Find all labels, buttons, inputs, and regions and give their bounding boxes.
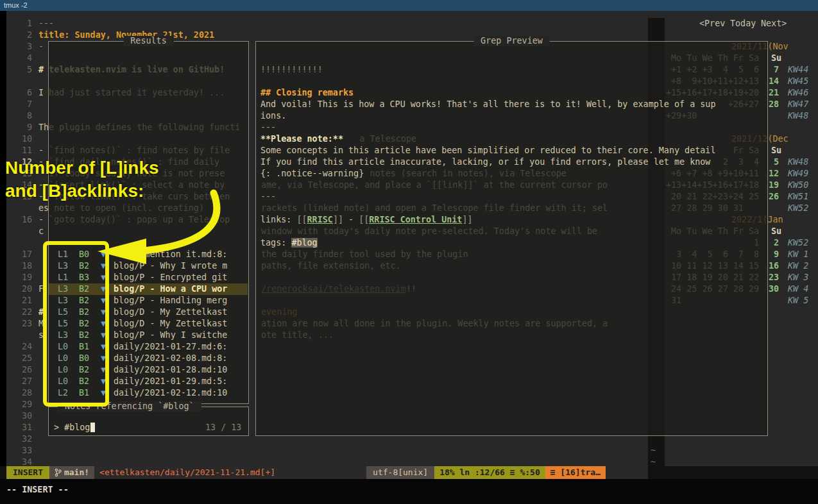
entry-title: daily/2021-01-27.md:6:	[114, 341, 227, 353]
branch-icon	[55, 468, 62, 477]
buffer-text: -	[38, 41, 44, 53]
links-count: L2	[58, 387, 68, 399]
markdown-file-icon: ▼	[101, 341, 106, 353]
calendar-week-number: KW 3	[788, 272, 808, 283]
results-window-title: Results	[123, 36, 174, 46]
tmux-title: tmux -2	[4, 1, 28, 9]
calendar-sunday[interactable]: 5	[769, 156, 779, 168]
calendar-week-number: KW51	[788, 191, 808, 203]
backlinks-count: B2	[79, 295, 89, 307]
line-number: 20	[14, 283, 32, 295]
result-entry[interactable]: L0B2▼daily/2021-01-28.md:10	[49, 364, 248, 376]
entry-title: blog/D - My Zettelkast	[114, 307, 227, 318]
backlinks-count: B2	[79, 307, 89, 318]
result-entry[interactable]: L5B2▼blog/D - My Zettelkast	[49, 307, 248, 318]
preview-line: ---	[260, 191, 276, 203]
annotation-line-1: Number of [L]inks	[5, 156, 159, 180]
preview-line: !!!!!!!!!!!!	[260, 64, 323, 76]
buffer-text: M	[38, 318, 44, 330]
warning-segment: ≡ [16]tra…	[545, 466, 606, 479]
calendar-sunday[interactable]: 14	[769, 76, 779, 87]
markdown-file-icon: ▼	[101, 249, 106, 260]
backlinks-count: B3	[79, 272, 89, 283]
entry-title: blog/P - Handling merg	[114, 295, 227, 307]
file-path: <ettelkasten/daily/2021-11-21.md[+]	[94, 466, 280, 479]
links-count: L1	[58, 249, 68, 260]
backlinks-count: B1	[79, 387, 89, 399]
calendar-next-button[interactable]: Next>	[761, 18, 787, 29]
buffer-text: ---	[38, 18, 54, 29]
preview-text: RRISC Control Unit	[369, 215, 462, 224]
line-number: 30	[14, 410, 32, 422]
calendar-sunday[interactable]: 21	[769, 87, 779, 99]
preview-text: ]]	[462, 215, 472, 224]
result-entry[interactable]: L3B2▼blog/P - Why I switche	[49, 330, 248, 341]
calendar-week-number: KW48	[788, 156, 808, 168]
calendar-sunday[interactable]: 26	[769, 191, 779, 203]
calendar-sunday[interactable]: 19	[769, 180, 779, 191]
markdown-file-icon: ▼	[101, 272, 106, 283]
line-number: 25	[14, 353, 32, 364]
line-number: 1	[14, 18, 32, 29]
preview-text: tags:	[260, 238, 291, 248]
result-entry[interactable]: L1B0▼ i mention it.md:8:	[49, 249, 248, 260]
prompt-input[interactable]: > #blog	[54, 422, 90, 433]
calendar-sunday[interactable]: 12	[769, 168, 779, 180]
result-entry[interactable]: L0B1▼daily/2021-01-27.md:6:	[49, 341, 248, 353]
statusline: INSERT main! <ettelkasten/daily/2021-11-…	[0, 466, 818, 479]
prompt-window-title: Notes referencing `#blog`	[58, 401, 201, 412]
calendar-week-number: KW47	[788, 99, 808, 110]
markdown-file-icon: ▼	[101, 353, 106, 364]
preview-window-title: Grep Preview	[473, 36, 550, 46]
backlinks-count: B0	[79, 353, 89, 364]
calendar-sunday[interactable]: 30	[769, 283, 779, 295]
line-number: 19	[14, 272, 32, 283]
links-count: L3	[58, 330, 68, 341]
calendar-sunday[interactable]: 23	[769, 272, 779, 283]
line-number: 22	[14, 307, 32, 318]
calendar-prev-button[interactable]: <Prev	[699, 18, 725, 29]
calendar-sunday[interactable]: 9	[769, 249, 779, 260]
links-count: L3	[58, 260, 68, 272]
result-entry[interactable]: L1B3▼blog/P - Encrypted git	[49, 272, 248, 283]
result-entry[interactable]: L2B1▼daily/2021-02-12.md:10	[49, 387, 248, 399]
calendar-week-number: KW46	[788, 87, 808, 99]
calendar-week-number: KW 1	[788, 249, 808, 260]
entry-title: daily/2021-02-12.md:10	[114, 387, 227, 399]
preview-text: And voila! This is how a CPU works! That…	[260, 99, 715, 109]
calendar-week-number: KW49	[788, 168, 808, 180]
result-entry[interactable]: L0B0▼daily/2021-02-08.md:8:	[49, 353, 248, 364]
line-number: 6	[14, 87, 32, 99]
line-number: 17	[14, 249, 32, 260]
line-number: 10	[14, 133, 32, 145]
preview-text: If you find this article inaccurate, lac…	[260, 157, 710, 167]
calendar-sunday[interactable]: 7	[769, 64, 779, 76]
line-number: 5	[14, 64, 32, 76]
calendar-sunday[interactable]: 28	[769, 99, 779, 110]
result-entry[interactable]: L5B2▼blog/D - My Zettelkast	[49, 318, 248, 330]
result-entry[interactable]: L3B2▼blog/P - How a CPU wor	[49, 283, 248, 295]
calendar-today-button[interactable]: Today	[730, 18, 756, 29]
entry-title: daily/2021-01-28.md:10	[114, 364, 227, 376]
branch-name: main!	[64, 466, 89, 479]
empty-line-tilde: ~	[651, 445, 656, 457]
result-entry[interactable]: L3B2▼blog/P - Why I wrote m	[49, 260, 248, 272]
preview-text: ---	[260, 192, 276, 201]
calendar-sunday[interactable]: 16	[769, 260, 779, 272]
mode-indicator: INSERT	[6, 466, 49, 479]
backlinks-count: B2	[79, 283, 89, 295]
buffer-text: c	[38, 226, 44, 237]
line-number: 7	[14, 99, 32, 110]
markdown-file-icon: ▼	[101, 283, 106, 295]
entry-title: i mention it.md:8:	[114, 249, 227, 260]
result-entry[interactable]: L3B2▼blog/P - Handling merg	[49, 295, 248, 307]
backlinks-count: B2	[79, 364, 89, 376]
links-count: L1	[58, 272, 68, 283]
line-number: 21	[14, 295, 32, 307]
result-entry[interactable]: L0B2▼daily/2021-01-29.md:5:	[49, 376, 248, 387]
line-number: 18	[14, 260, 32, 272]
links-count: L3	[58, 283, 68, 295]
encoding-segment: utf-8[unix]	[366, 466, 434, 479]
links-count: L3	[58, 295, 68, 307]
calendar-sunday[interactable]: 2	[769, 237, 779, 249]
